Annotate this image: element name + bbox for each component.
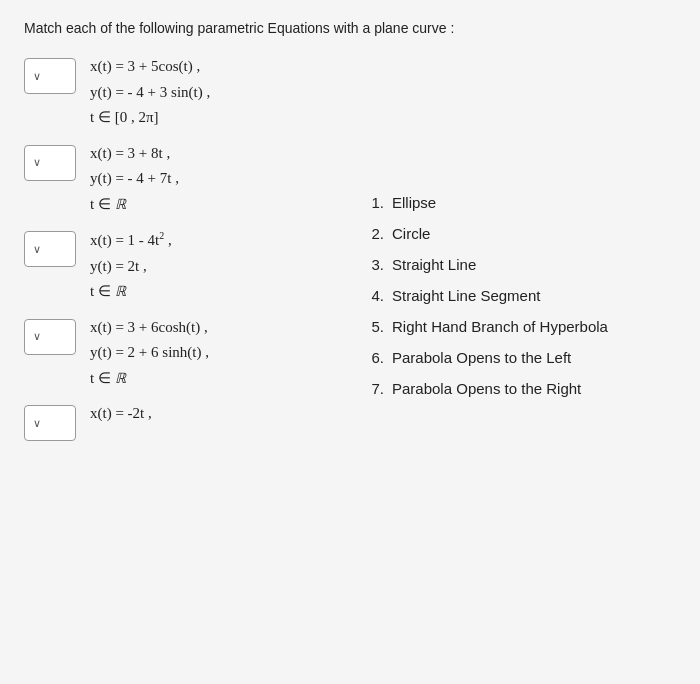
answer-num-7: 7. — [364, 380, 384, 397]
eq5-line1: x(t) = -2t , — [90, 401, 152, 427]
equations-text-2: x(t) = 3 + 8t , y(t) = - 4 + 7t , t ∈ ℝ — [90, 141, 179, 218]
right-panel: 1. Ellipse 2. Circle 3. Straight Line 4.… — [344, 54, 676, 443]
equations-text-3: x(t) = 1 - 4t2 , y(t) = 2t , t ∈ ℝ — [90, 227, 172, 305]
page-title: Match each of the following parametric E… — [24, 20, 676, 36]
answer-item-6: 6. Parabola Opens to the Left — [364, 349, 676, 366]
answer-item-1: 1. Ellipse — [364, 194, 676, 211]
answer-item-4: 4. Straight Line Segment — [364, 287, 676, 304]
eq1-line1: x(t) = 3 + 5cos(t) , — [90, 54, 210, 80]
answer-label-5: Right Hand Branch of Hyperbola — [392, 318, 608, 335]
equations-text-4: x(t) = 3 + 6cosh(t) , y(t) = 2 + 6 sinh(… — [90, 315, 209, 392]
eq4-line2: y(t) = 2 + 6 sinh(t) , — [90, 340, 209, 366]
answer-item-5: 5. Right Hand Branch of Hyperbola — [364, 318, 676, 335]
dropdown-4-chevron: ∨ — [33, 330, 41, 343]
answer-label-2: Circle — [392, 225, 430, 242]
answers-list: 1. Ellipse 2. Circle 3. Straight Line 4.… — [364, 194, 676, 397]
answer-label-6: Parabola Opens to the Left — [392, 349, 571, 366]
answer-label-4: Straight Line Segment — [392, 287, 540, 304]
dropdown-1-chevron: ∨ — [33, 70, 41, 83]
equations-text-5: x(t) = -2t , — [90, 401, 152, 427]
equation-group-4: ∨ x(t) = 3 + 6cosh(t) , y(t) = 2 + 6 sin… — [24, 315, 344, 392]
eq4-line1: x(t) = 3 + 6cosh(t) , — [90, 315, 209, 341]
dropdown-4[interactable]: ∨ — [24, 319, 76, 355]
equations-text-1: x(t) = 3 + 5cos(t) , y(t) = - 4 + 3 sin(… — [90, 54, 210, 131]
eq2-line2: y(t) = - 4 + 7t , — [90, 166, 179, 192]
answer-item-2: 2. Circle — [364, 225, 676, 242]
left-panel: ∨ x(t) = 3 + 5cos(t) , y(t) = - 4 + 3 si… — [24, 54, 344, 443]
eq3-line1: x(t) = 1 - 4t2 , — [90, 227, 172, 254]
dropdown-5[interactable]: ∨ — [24, 405, 76, 441]
eq1-line3: t ∈ [0 , 2π] — [90, 105, 210, 131]
equation-group-1: ∨ x(t) = 3 + 5cos(t) , y(t) = - 4 + 3 si… — [24, 54, 344, 131]
equation-group-3: ∨ x(t) = 1 - 4t2 , y(t) = 2t , t ∈ ℝ — [24, 227, 344, 305]
answer-label-3: Straight Line — [392, 256, 476, 273]
answer-item-7: 7. Parabola Opens to the Right — [364, 380, 676, 397]
dropdown-3[interactable]: ∨ — [24, 231, 76, 267]
eq3-line3: t ∈ ℝ — [90, 279, 172, 305]
answer-item-3: 3. Straight Line — [364, 256, 676, 273]
dropdown-1[interactable]: ∨ — [24, 58, 76, 94]
answer-num-5: 5. — [364, 318, 384, 335]
dropdown-3-chevron: ∨ — [33, 243, 41, 256]
equation-group-2: ∨ x(t) = 3 + 8t , y(t) = - 4 + 7t , t ∈ … — [24, 141, 344, 218]
answer-label-7: Parabola Opens to the Right — [392, 380, 581, 397]
eq2-line1: x(t) = 3 + 8t , — [90, 141, 179, 167]
eq4-line3: t ∈ ℝ — [90, 366, 209, 392]
dropdown-2[interactable]: ∨ — [24, 145, 76, 181]
dropdown-5-chevron: ∨ — [33, 417, 41, 430]
eq3-line2: y(t) = 2t , — [90, 254, 172, 280]
dropdown-2-chevron: ∨ — [33, 156, 41, 169]
equation-group-5: ∨ x(t) = -2t , — [24, 401, 344, 441]
answer-num-6: 6. — [364, 349, 384, 366]
answer-num-2: 2. — [364, 225, 384, 242]
answer-num-3: 3. — [364, 256, 384, 273]
answer-num-4: 4. — [364, 287, 384, 304]
answer-num-1: 1. — [364, 194, 384, 211]
eq1-line2: y(t) = - 4 + 3 sin(t) , — [90, 80, 210, 106]
eq2-line3: t ∈ ℝ — [90, 192, 179, 218]
answer-label-1: Ellipse — [392, 194, 436, 211]
